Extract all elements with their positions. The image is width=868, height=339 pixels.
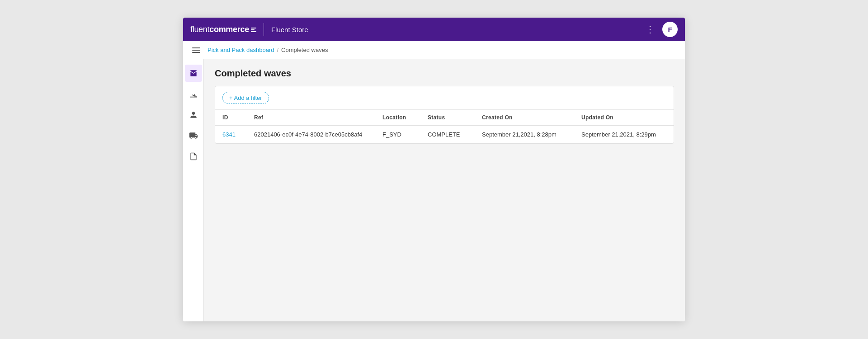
table-row: 6341 62021406-ec0f-4e74-8002-b7ce05cb8af… xyxy=(215,126,674,144)
col-header-ref: Ref xyxy=(247,110,375,126)
breadcrumb: Pick and Pack dashboard / Completed wave… xyxy=(208,47,328,53)
header: fluentcommerce Fluent Store ⋮ F xyxy=(183,18,685,41)
logo-decoration xyxy=(251,28,256,32)
table-header-row: ID Ref Location Status Created On Update… xyxy=(215,110,674,126)
header-divider xyxy=(264,23,264,36)
sidebar xyxy=(183,59,204,321)
sidebar-item-arrivals[interactable] xyxy=(185,85,202,103)
app-window: fluentcommerce Fluent Store ⋮ F Pick and… xyxy=(183,18,685,321)
logo-text-bold: commerce xyxy=(209,25,249,34)
cell-id: 6341 xyxy=(215,126,247,144)
col-header-status: Status xyxy=(420,110,475,126)
header-right: ⋮ F xyxy=(644,22,678,37)
col-header-location: Location xyxy=(375,110,420,126)
breadcrumb-link-dashboard[interactable]: Pick and Pack dashboard xyxy=(208,47,274,53)
cell-location: F_SYD xyxy=(375,126,420,144)
col-header-id: ID xyxy=(215,110,247,126)
breadcrumb-separator: / xyxy=(277,47,278,53)
add-filter-button[interactable]: + Add a filter xyxy=(222,92,269,104)
content-card: + Add a filter ID Ref Location Status Cr… xyxy=(215,86,674,144)
filter-bar: + Add a filter xyxy=(215,86,674,110)
document-icon xyxy=(189,152,198,161)
store-icon xyxy=(189,69,198,78)
page-title: Completed waves xyxy=(215,68,674,79)
cell-created-on: September 21,2021, 8:28pm xyxy=(475,126,574,144)
sidebar-item-users[interactable] xyxy=(185,106,202,123)
flight-land-icon xyxy=(189,89,198,99)
completed-waves-table: ID Ref Location Status Created On Update… xyxy=(215,110,674,143)
logo-text-regular: fluent xyxy=(190,25,209,34)
sidebar-toggle-button[interactable] xyxy=(192,47,200,53)
sidebar-item-shipping[interactable] xyxy=(185,127,202,144)
logo: fluentcommerce xyxy=(190,25,256,34)
main-layout: Completed waves + Add a filter ID Ref Lo… xyxy=(183,59,685,321)
sidebar-item-store[interactable] xyxy=(185,65,202,82)
cell-ref: 62021406-ec0f-4e74-8002-b7ce05cb8af4 xyxy=(247,126,375,144)
cell-updated-on: September 21,2021, 8:29pm xyxy=(574,126,674,144)
cell-status: COMPLETE xyxy=(420,126,475,144)
breadcrumb-current-page: Completed waves xyxy=(281,47,328,53)
col-header-created-on: Created On xyxy=(475,110,574,126)
breadcrumb-bar: Pick and Pack dashboard / Completed wave… xyxy=(183,41,685,59)
person-icon xyxy=(189,110,198,119)
sidebar-item-documents[interactable] xyxy=(185,148,202,165)
more-options-button[interactable]: ⋮ xyxy=(644,22,657,37)
col-header-updated-on: Updated On xyxy=(574,110,674,126)
truck-icon xyxy=(189,131,198,140)
store-name: Fluent Store xyxy=(271,26,308,33)
content-area: Completed waves + Add a filter ID Ref Lo… xyxy=(204,59,685,321)
user-avatar[interactable]: F xyxy=(662,22,678,37)
row-id-link[interactable]: 6341 xyxy=(222,131,236,138)
